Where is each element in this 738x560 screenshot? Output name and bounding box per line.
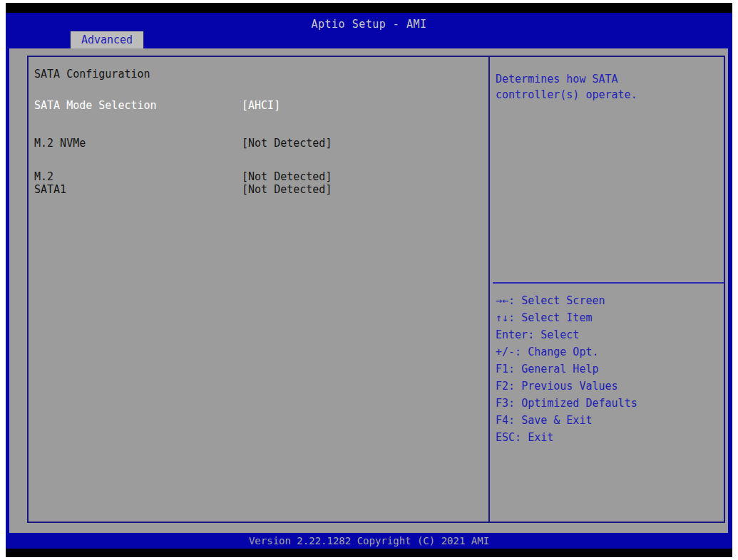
setting-row-sata1: SATA1 [Not Detected] bbox=[34, 183, 488, 196]
help-description-line: controller(s) operate. bbox=[496, 87, 724, 103]
setting-value: [Not Detected] bbox=[242, 183, 332, 196]
key-hint-esc: ESC: Exit bbox=[496, 429, 722, 446]
key-hint-f4: F4: Save & Exit bbox=[496, 412, 722, 429]
main-panel: SATA Configuration SATA Mode Selection [… bbox=[27, 56, 725, 523]
settings-pane: SATA Configuration SATA Mode Selection [… bbox=[29, 57, 488, 522]
setting-label: M.2 NVMe bbox=[34, 137, 242, 150]
setting-value: [AHCI] bbox=[242, 99, 280, 112]
setting-value: [Not Detected] bbox=[242, 137, 332, 150]
help-pane: Determines how SATA controller(s) operat… bbox=[490, 57, 724, 522]
setting-row-m2-nvme: M.2 NVMe [Not Detected] bbox=[34, 137, 488, 150]
bios-screen: Aptio Setup - AMI Advanced SATA Configur… bbox=[6, 3, 732, 557]
setting-label: M.2 bbox=[34, 170, 242, 183]
section-title: SATA Configuration bbox=[34, 68, 488, 81]
setting-row-sata-mode-selection[interactable]: SATA Mode Selection [AHCI] bbox=[34, 99, 488, 112]
help-description: Determines how SATA controller(s) operat… bbox=[496, 71, 724, 103]
key-hint-enter: Enter: Select bbox=[496, 326, 722, 343]
setting-value: [Not Detected] bbox=[242, 170, 332, 183]
key-hint-f3: F3: Optimized Defaults bbox=[496, 395, 722, 412]
setting-label: SATA1 bbox=[34, 183, 242, 196]
setting-row-m2: M.2 [Not Detected] bbox=[34, 170, 488, 183]
setting-label: SATA Mode Selection bbox=[34, 99, 242, 112]
key-hint-select-item: ↑↓: Select Item bbox=[496, 309, 722, 326]
key-hint-f1: F1: General Help bbox=[496, 361, 722, 378]
key-legend: →←: Select Screen ↑↓: Select Item Enter:… bbox=[496, 292, 722, 446]
tab-advanced[interactable]: Advanced bbox=[70, 31, 144, 48]
help-pane-divider bbox=[493, 282, 724, 284]
bios-frame: Aptio Setup - AMI Advanced SATA Configur… bbox=[6, 13, 732, 549]
key-hint-f2: F2: Previous Values bbox=[496, 378, 722, 395]
key-hint-select-screen: →←: Select Screen bbox=[496, 292, 722, 309]
app-title: Aptio Setup - AMI bbox=[6, 18, 732, 31]
content-area: SATA Configuration SATA Mode Selection [… bbox=[9, 48, 728, 533]
key-hint-change-opt: +/-: Change Opt. bbox=[496, 343, 722, 361]
help-description-line: Determines how SATA bbox=[496, 71, 724, 87]
version-text: Version 2.22.1282 Copyright (C) 2021 AMI bbox=[6, 535, 732, 546]
